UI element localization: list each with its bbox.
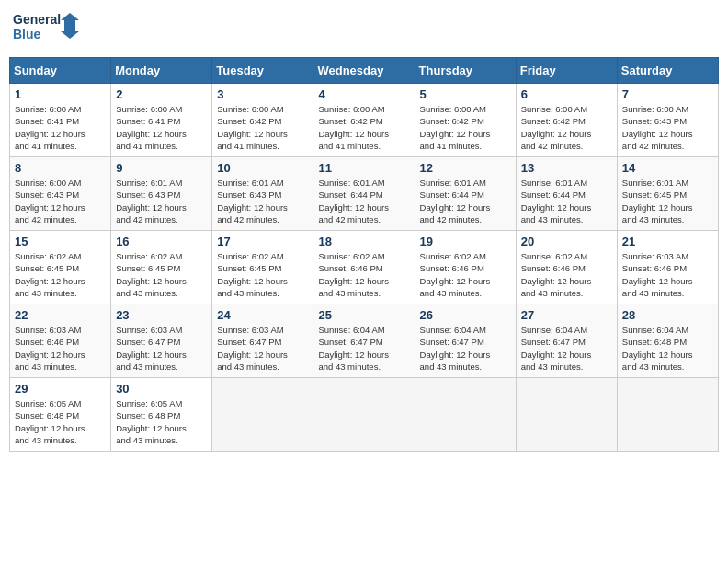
day-number: 12 bbox=[420, 161, 511, 175]
day-number: 7 bbox=[622, 87, 713, 101]
day-info: Sunrise: 6:05 AM Sunset: 6:48 PM Dayligh… bbox=[116, 397, 207, 446]
day-header-monday: Monday bbox=[111, 58, 212, 84]
day-number: 17 bbox=[217, 235, 308, 248]
calendar-cell: 9Sunrise: 6:01 AM Sunset: 6:43 PM Daylig… bbox=[111, 157, 212, 231]
day-number: 30 bbox=[116, 382, 207, 396]
day-info: Sunrise: 6:02 AM Sunset: 6:45 PM Dayligh… bbox=[217, 250, 308, 299]
calendar-table: SundayMondayTuesdayWednesdayThursdayFrid… bbox=[9, 57, 719, 452]
calendar-cell: 19Sunrise: 6:02 AM Sunset: 6:46 PM Dayli… bbox=[415, 231, 516, 304]
day-info: Sunrise: 6:01 AM Sunset: 6:43 PM Dayligh… bbox=[116, 177, 207, 225]
day-info: Sunrise: 6:01 AM Sunset: 6:44 PM Dayligh… bbox=[521, 177, 612, 225]
day-info: Sunrise: 6:01 AM Sunset: 6:44 PM Dayligh… bbox=[318, 177, 409, 225]
calendar-cell: 5Sunrise: 6:00 AM Sunset: 6:42 PM Daylig… bbox=[415, 84, 516, 157]
day-header-tuesday: Tuesday bbox=[212, 58, 313, 84]
day-info: Sunrise: 6:00 AM Sunset: 6:42 PM Dayligh… bbox=[521, 103, 612, 152]
calendar-cell: 6Sunrise: 6:00 AM Sunset: 6:42 PM Daylig… bbox=[516, 84, 617, 157]
calendar-cell: 15Sunrise: 6:02 AM Sunset: 6:45 PM Dayli… bbox=[10, 231, 111, 304]
day-number: 2 bbox=[116, 87, 207, 101]
calendar-body: 1Sunrise: 6:00 AM Sunset: 6:41 PM Daylig… bbox=[10, 84, 719, 452]
day-header-saturday: Saturday bbox=[617, 58, 718, 84]
day-number: 3 bbox=[217, 87, 308, 101]
calendar-cell: 10Sunrise: 6:01 AM Sunset: 6:43 PM Dayli… bbox=[212, 157, 313, 231]
day-number: 11 bbox=[318, 161, 409, 175]
day-info: Sunrise: 6:00 AM Sunset: 6:41 PM Dayligh… bbox=[15, 103, 106, 152]
day-number: 13 bbox=[521, 161, 612, 175]
calendar-cell: 2Sunrise: 6:00 AM Sunset: 6:41 PM Daylig… bbox=[111, 84, 212, 157]
calendar-cell: 24Sunrise: 6:03 AM Sunset: 6:47 PM Dayli… bbox=[212, 304, 313, 378]
day-number: 15 bbox=[15, 235, 106, 248]
calendar-cell: 29Sunrise: 6:05 AM Sunset: 6:48 PM Dayli… bbox=[10, 378, 111, 452]
day-number: 8 bbox=[15, 161, 106, 175]
calendar-cell: 12Sunrise: 6:01 AM Sunset: 6:44 PM Dayli… bbox=[415, 157, 516, 231]
calendar-header-row: SundayMondayTuesdayWednesdayThursdayFrid… bbox=[10, 58, 719, 84]
calendar-cell bbox=[313, 378, 415, 452]
day-info: Sunrise: 6:03 AM Sunset: 6:47 PM Dayligh… bbox=[217, 324, 308, 373]
day-number: 5 bbox=[420, 87, 511, 101]
calendar-week-3: 15Sunrise: 6:02 AM Sunset: 6:45 PM Dayli… bbox=[10, 231, 719, 304]
day-number: 6 bbox=[521, 87, 612, 101]
day-info: Sunrise: 6:03 AM Sunset: 6:47 PM Dayligh… bbox=[116, 324, 207, 373]
day-info: Sunrise: 6:02 AM Sunset: 6:46 PM Dayligh… bbox=[420, 250, 511, 299]
day-info: Sunrise: 6:02 AM Sunset: 6:45 PM Dayligh… bbox=[15, 250, 106, 299]
day-info: Sunrise: 6:04 AM Sunset: 6:47 PM Dayligh… bbox=[318, 324, 409, 373]
day-info: Sunrise: 6:00 AM Sunset: 6:43 PM Dayligh… bbox=[15, 177, 106, 225]
day-number: 4 bbox=[318, 87, 409, 101]
day-number: 26 bbox=[420, 308, 511, 322]
day-number: 14 bbox=[622, 161, 713, 175]
calendar-week-1: 1Sunrise: 6:00 AM Sunset: 6:41 PM Daylig… bbox=[10, 84, 719, 157]
calendar-cell: 11Sunrise: 6:01 AM Sunset: 6:44 PM Dayli… bbox=[313, 157, 415, 231]
day-number: 16 bbox=[116, 235, 207, 248]
day-number: 23 bbox=[116, 308, 207, 322]
day-header-wednesday: Wednesday bbox=[313, 58, 415, 84]
svg-text:Blue: Blue bbox=[13, 27, 41, 41]
calendar-cell: 16Sunrise: 6:02 AM Sunset: 6:45 PM Dayli… bbox=[111, 231, 212, 304]
calendar-cell: 30Sunrise: 6:05 AM Sunset: 6:48 PM Dayli… bbox=[111, 378, 212, 452]
day-info: Sunrise: 6:02 AM Sunset: 6:46 PM Dayligh… bbox=[521, 250, 612, 299]
day-info: Sunrise: 6:05 AM Sunset: 6:48 PM Dayligh… bbox=[15, 397, 106, 446]
day-number: 18 bbox=[318, 235, 409, 248]
day-info: Sunrise: 6:00 AM Sunset: 6:42 PM Dayligh… bbox=[217, 103, 308, 152]
day-header-sunday: Sunday bbox=[10, 58, 111, 84]
day-number: 24 bbox=[217, 308, 308, 322]
calendar-cell: 28Sunrise: 6:04 AM Sunset: 6:48 PM Dayli… bbox=[617, 304, 718, 378]
day-header-thursday: Thursday bbox=[415, 58, 516, 84]
calendar-cell: 27Sunrise: 6:04 AM Sunset: 6:47 PM Dayli… bbox=[516, 304, 617, 378]
day-info: Sunrise: 6:03 AM Sunset: 6:46 PM Dayligh… bbox=[622, 250, 713, 299]
calendar-cell: 23Sunrise: 6:03 AM Sunset: 6:47 PM Dayli… bbox=[111, 304, 212, 378]
day-info: Sunrise: 6:02 AM Sunset: 6:45 PM Dayligh… bbox=[116, 250, 207, 299]
day-number: 9 bbox=[116, 161, 207, 175]
calendar-cell: 20Sunrise: 6:02 AM Sunset: 6:46 PM Dayli… bbox=[516, 231, 617, 304]
svg-marker-2 bbox=[61, 13, 79, 39]
day-info: Sunrise: 6:01 AM Sunset: 6:45 PM Dayligh… bbox=[622, 177, 713, 225]
calendar-week-4: 22Sunrise: 6:03 AM Sunset: 6:46 PM Dayli… bbox=[10, 304, 719, 378]
calendar-cell bbox=[212, 378, 313, 452]
day-info: Sunrise: 6:02 AM Sunset: 6:46 PM Dayligh… bbox=[318, 250, 409, 299]
day-info: Sunrise: 6:03 AM Sunset: 6:46 PM Dayligh… bbox=[15, 324, 106, 373]
day-info: Sunrise: 6:00 AM Sunset: 6:42 PM Dayligh… bbox=[318, 103, 409, 152]
day-number: 28 bbox=[622, 308, 713, 322]
day-number: 20 bbox=[521, 235, 612, 248]
logo-svg: General Blue bbox=[13, 9, 86, 50]
calendar-cell: 25Sunrise: 6:04 AM Sunset: 6:47 PM Dayli… bbox=[313, 304, 415, 378]
calendar-cell: 13Sunrise: 6:01 AM Sunset: 6:44 PM Dayli… bbox=[516, 157, 617, 231]
day-number: 19 bbox=[420, 235, 511, 248]
day-info: Sunrise: 6:04 AM Sunset: 6:47 PM Dayligh… bbox=[521, 324, 612, 373]
calendar-week-2: 8Sunrise: 6:00 AM Sunset: 6:43 PM Daylig… bbox=[10, 157, 719, 231]
calendar-cell: 17Sunrise: 6:02 AM Sunset: 6:45 PM Dayli… bbox=[212, 231, 313, 304]
day-info: Sunrise: 6:00 AM Sunset: 6:41 PM Dayligh… bbox=[116, 103, 207, 152]
header: General Blue bbox=[9, 9, 719, 50]
day-number: 21 bbox=[622, 235, 713, 248]
day-info: Sunrise: 6:00 AM Sunset: 6:43 PM Dayligh… bbox=[622, 103, 713, 152]
day-info: Sunrise: 6:00 AM Sunset: 6:42 PM Dayligh… bbox=[420, 103, 511, 152]
day-info: Sunrise: 6:04 AM Sunset: 6:48 PM Dayligh… bbox=[622, 324, 713, 373]
day-header-friday: Friday bbox=[516, 58, 617, 84]
calendar-cell bbox=[516, 378, 617, 452]
day-info: Sunrise: 6:01 AM Sunset: 6:43 PM Dayligh… bbox=[217, 177, 308, 225]
day-number: 27 bbox=[521, 308, 612, 322]
calendar-cell: 14Sunrise: 6:01 AM Sunset: 6:45 PM Dayli… bbox=[617, 157, 718, 231]
logo: General Blue bbox=[13, 9, 86, 50]
calendar-cell: 26Sunrise: 6:04 AM Sunset: 6:47 PM Dayli… bbox=[415, 304, 516, 378]
calendar-cell: 3Sunrise: 6:00 AM Sunset: 6:42 PM Daylig… bbox=[212, 84, 313, 157]
day-number: 1 bbox=[15, 87, 106, 101]
calendar-cell bbox=[617, 378, 718, 452]
